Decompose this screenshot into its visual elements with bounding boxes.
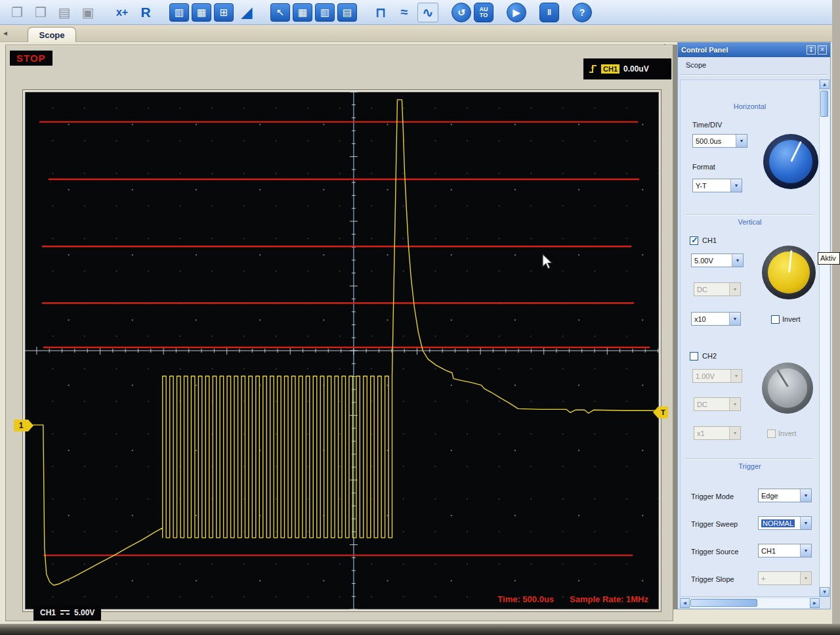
scroll-left-icon[interactable] (680, 598, 690, 608)
trigger-sweep-label: Trigger Sweep (691, 520, 738, 528)
control-panel-titlebar[interactable]: Control Panel (678, 43, 830, 57)
trigger-mode-select[interactable]: Edge (758, 489, 812, 502)
scroll-down-icon[interactable] (820, 587, 830, 597)
ch2-invert-checkbox[interactable] (767, 429, 776, 438)
tab-strip: Scope (0, 25, 832, 42)
toolbar-separator (496, 3, 504, 22)
chevron-down-icon[interactable] (729, 427, 740, 439)
step-wave-icon[interactable]: ⊓ (370, 3, 391, 22)
chevron-down-icon[interactable] (800, 544, 811, 557)
chevron-down-icon[interactable] (800, 517, 811, 529)
toolbar-separator (101, 3, 109, 22)
chevron-down-icon[interactable] (800, 489, 811, 502)
ch1-volts-value: 5.00V (692, 257, 732, 265)
window-icon[interactable]: ❒ (30, 3, 51, 22)
pin-icon[interactable] (807, 45, 816, 55)
control-panel-page-label: Scope (686, 61, 706, 69)
print-icon[interactable]: ▣ (77, 3, 98, 22)
chevron-down-icon[interactable] (800, 572, 811, 584)
columns-icon[interactable]: ▥ (315, 3, 335, 22)
math-channel-icon[interactable]: x+ (112, 3, 133, 22)
time-value: Time: 500.0us (497, 594, 554, 604)
ch1-volts-select[interactable]: 5.00V (691, 253, 744, 267)
chevron-down-icon[interactable] (729, 313, 740, 325)
trigger-source-value: CH1 (759, 547, 800, 555)
section-header-horizontal: Horizontal (681, 102, 819, 110)
ch2-label: CH2 (702, 352, 717, 360)
trigger-sweep-select[interactable]: NORMAL (758, 516, 812, 530)
trigger-source-select[interactable]: CH1 (758, 544, 812, 558)
trigger-position-marker[interactable]: T (653, 406, 668, 418)
control-panel-title: Control Panel (681, 46, 805, 54)
grid-icon[interactable]: ▦ (293, 3, 312, 22)
ch2-probe-select[interactable]: x1 (694, 426, 741, 440)
chevron-down-icon[interactable] (729, 398, 740, 410)
chevron-down-icon[interactable] (730, 370, 742, 382)
channel1-readout: CH1 5.00V (33, 605, 101, 621)
sine-wave-icon[interactable]: ∿ (417, 3, 438, 22)
scrollbar-thumb[interactable] (820, 91, 828, 117)
app-window: ❐❒▤▣x+R▥▦⊞◢↖▦▥▤⊓≈∿↺AU TO▶‖? Scope STOP C… (0, 0, 832, 624)
trigger-slope-label: Trigger Slope (691, 575, 734, 583)
ch1-position-knob[interactable] (762, 246, 816, 299)
ramp-icon[interactable]: ◢ (236, 3, 257, 22)
scope-screen[interactable]: Time: 500.0us Sample Rate: 1MHz (23, 90, 661, 611)
chevron-down-icon[interactable] (729, 283, 740, 296)
scrollbar-thumb[interactable] (690, 599, 757, 607)
channel1-position-marker[interactable]: 1 (14, 420, 28, 431)
trigger-readout: CH1 0.00uV (583, 58, 671, 79)
trigger-sweep-value: NORMAL (761, 519, 795, 527)
rows-icon[interactable]: ▤ (337, 3, 357, 22)
scroll-up-icon[interactable] (820, 79, 830, 89)
format-label: Format (692, 163, 715, 171)
pause-icon[interactable]: ‖ (539, 3, 559, 22)
section-header-trigger: Trigger (681, 462, 819, 470)
ch1-checkbox[interactable] (690, 236, 698, 245)
control-panel: Control Panel Scope Horizontal Time/DIV … (677, 42, 831, 609)
run-icon[interactable]: ▶ (507, 3, 526, 22)
chevron-down-icon[interactable] (736, 135, 747, 147)
timebase-readout: Time: 500.0us Sample Rate: 1MHz (497, 594, 648, 604)
waveform-display (25, 92, 659, 609)
grid-measure-icon[interactable]: ▦ (192, 3, 211, 22)
chevron-down-icon[interactable] (730, 179, 742, 192)
auto-icon[interactable]: AU TO (474, 3, 494, 22)
save-icon[interactable]: ▤ (54, 3, 75, 22)
timediv-select[interactable]: 500.0us (692, 134, 747, 148)
ch2-probe-value: x1 (694, 429, 729, 437)
tab-scroll-left-icon[interactable] (2, 30, 9, 37)
add-measure-icon[interactable]: ⊞ (214, 3, 234, 22)
scroll-right-icon[interactable] (810, 598, 820, 608)
ch1-coupling-select[interactable]: DC (694, 282, 741, 296)
ch2-checkbox[interactable] (690, 352, 698, 361)
ch2-position-knob[interactable] (762, 362, 813, 414)
cursor-icon[interactable]: ↖ (270, 3, 290, 22)
undo-icon[interactable]: ↺ (452, 3, 471, 22)
open-icon[interactable]: ❐ (7, 3, 28, 22)
format-select[interactable]: Y-T (692, 179, 742, 192)
toolbar-separator (260, 3, 268, 22)
horizontal-scrollbar[interactable] (680, 598, 820, 608)
trigger-level-value: 0.00uV (623, 64, 649, 74)
section-header-vertical: Vertical (681, 218, 819, 226)
trigger-slope-select[interactable]: + (758, 571, 812, 585)
tab-scope[interactable]: Scope (28, 27, 76, 42)
ch1-probe-select[interactable]: x10 (691, 312, 741, 326)
toolbar-separator (441, 3, 449, 22)
ch2-coupling-select[interactable]: DC (694, 397, 741, 411)
trigger-slope-value: + (759, 575, 800, 582)
ch1-invert-checkbox[interactable] (771, 315, 780, 324)
reference-wave-icon[interactable]: R (135, 3, 156, 22)
channel1-marker-label: 1 (19, 421, 24, 430)
noise-wave-icon[interactable]: ≈ (394, 3, 415, 22)
horizontal-position-knob[interactable] (763, 134, 818, 189)
ch2-volts-select[interactable]: 1.00V (692, 369, 742, 383)
help-icon[interactable]: ? (572, 3, 592, 22)
vertical-cursors-icon[interactable]: ▥ (169, 3, 189, 22)
ch1-coupling-value: DC (694, 286, 729, 294)
close-icon[interactable] (818, 45, 827, 55)
knob-cap (768, 368, 807, 408)
chevron-down-icon[interactable] (732, 254, 743, 267)
vertical-scrollbar[interactable] (820, 79, 830, 597)
trigger-channel-badge: CH1 (601, 64, 620, 74)
